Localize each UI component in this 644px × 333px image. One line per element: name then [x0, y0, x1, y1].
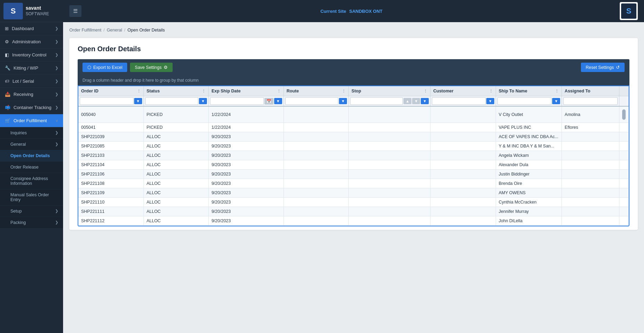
- toolbar-left: ⬡ Export to Excel Save Settings ⚙: [82, 63, 173, 72]
- filter-status-btn[interactable]: ▼: [199, 98, 207, 104]
- sidebar-item-inventory-control[interactable]: ◧ Inventory Control ❯: [0, 48, 63, 62]
- sidebar-item-order-fulfillment[interactable]: 🛒 Order Fulfillment ∨: [0, 114, 63, 127]
- sidebar-sub-item-open-order-details[interactable]: Open Order Details: [0, 150, 63, 162]
- filter-date-input[interactable]: [210, 97, 264, 105]
- sidebar-sub-item-setup[interactable]: Setup ❯: [0, 206, 63, 217]
- table-cell: Amolina: [562, 106, 619, 123]
- grid-container: ⬡ Export to Excel Save Settings ⚙ Reset …: [78, 59, 629, 226]
- hamburger-button[interactable]: ☰: [69, 5, 81, 17]
- filter-date-cal-btn[interactable]: 📅: [264, 98, 273, 105]
- col-menu-icon[interactable]: ⋮: [202, 89, 206, 93]
- sidebar-sub-item-general[interactable]: General ❯: [0, 139, 63, 150]
- scroll-col: [619, 106, 629, 123]
- table-cell: 1/22/2024: [209, 106, 284, 123]
- receiving-icon: 📥: [5, 92, 10, 97]
- table-cell: [349, 151, 430, 160]
- table-row[interactable]: SHP221109ALLOC9/20/2023AMY OWENS: [78, 188, 629, 198]
- table-cell: ALLOC: [143, 216, 208, 226]
- table-cell: Eflores: [562, 123, 619, 132]
- sidebar-logo: S savant SOFTWARE: [0, 0, 63, 22]
- logo-text: savant SOFTWARE: [26, 5, 49, 17]
- table-cell: 9/20/2023: [209, 142, 284, 151]
- col-header-stop: Stop ⋮: [349, 86, 430, 96]
- sidebar-sub-item-consignee-address[interactable]: Consignee Address Information: [0, 173, 63, 189]
- table-row[interactable]: SHP221111ALLOC9/20/2023Jennifer Murray: [78, 207, 629, 216]
- sidebar-item-label: Inventory Control: [12, 52, 46, 57]
- filter-customer-btn[interactable]: ▼: [486, 98, 494, 104]
- table-cell: SHP221103: [78, 151, 143, 160]
- table-cell: SHP221106: [78, 170, 143, 179]
- table-cell: [562, 179, 619, 188]
- sidebar-item-kitting-wip[interactable]: 🔧 Kitting / WIP ❯: [0, 62, 63, 75]
- table-cell: ALLOC: [143, 198, 208, 207]
- filter-stop-down-btn[interactable]: ▼: [412, 98, 420, 104]
- filter-order-id-btn[interactable]: ▼: [134, 98, 142, 104]
- filter-status-input[interactable]: [145, 97, 199, 105]
- sidebar-item-label: Order Fulfillment: [14, 118, 47, 123]
- table-cell: [430, 207, 496, 216]
- sidebar-sub-item-manual-sales-order[interactable]: Manual Sales Order Entry: [0, 189, 63, 206]
- table-cell: ALLOC: [143, 188, 208, 198]
- grid-table: Order ID ⋮ Status ⋮: [78, 86, 629, 226]
- col-header-customer: Customer ⋮: [430, 86, 496, 96]
- breadcrumb-order-fulfillment[interactable]: Order Fulfillment: [69, 28, 101, 33]
- table-row[interactable]: SHP221085ALLOC9/20/2023Y & M INC DBA Y &…: [78, 142, 629, 151]
- topbar-left: ☰: [69, 5, 81, 17]
- sidebar-item-container-tracking[interactable]: 📫 Container Tracking ❯: [0, 101, 63, 114]
- col-menu-icon[interactable]: ⋮: [277, 89, 281, 93]
- container-icon: 📫: [5, 105, 10, 110]
- table-row[interactable]: SHP221110ALLOC9/20/2023Cynthia McCracken: [78, 198, 629, 207]
- filter-ship-to-name-input[interactable]: [497, 97, 551, 105]
- breadcrumb-general[interactable]: General: [107, 28, 122, 33]
- table-row[interactable]: SHP221039ALLOC9/20/2023ACE OF VAPES INC …: [78, 132, 629, 142]
- filter-customer-input[interactable]: [432, 97, 486, 105]
- table-cell: [430, 123, 496, 132]
- export-to-excel-button[interactable]: ⬡ Export to Excel: [82, 63, 127, 72]
- save-settings-button[interactable]: Save Settings ⚙: [130, 63, 173, 72]
- filter-ship-to-name-btn[interactable]: ▼: [552, 98, 560, 104]
- table-cell: VAPE PLUS INC: [496, 123, 562, 132]
- col-menu-icon[interactable]: ⋮: [555, 89, 559, 93]
- sidebar-item-dashboard[interactable]: ⊞ Dashboard ❯: [0, 22, 63, 35]
- chevron-icon: ❯: [55, 66, 58, 70]
- col-menu-icon[interactable]: ⋮: [137, 89, 141, 93]
- scroll-col: [619, 160, 629, 170]
- scroll-col: [619, 123, 629, 132]
- sidebar-sub-item-order-release[interactable]: Order Release: [0, 162, 63, 173]
- sidebar-item-lot-serial[interactable]: 🏷 Lot / Serial ❯: [0, 75, 63, 88]
- table-row[interactable]: SHP221103ALLOC9/20/2023Angela Wickam: [78, 151, 629, 160]
- filter-assigned-to-input[interactable]: [563, 97, 618, 105]
- table-row[interactable]: SHP221108ALLOC9/20/2023Brenda Oire: [78, 179, 629, 188]
- col-menu-icon[interactable]: ⋮: [342, 89, 346, 93]
- col-menu-icon[interactable]: ⋮: [489, 89, 493, 93]
- col-menu-icon[interactable]: ⋮: [424, 89, 427, 93]
- scroll-header: [619, 86, 629, 96]
- table-cell: [284, 151, 348, 160]
- scroll-col: [619, 216, 629, 226]
- scroll-col: [619, 142, 629, 151]
- sidebar-sub-item-inquiries[interactable]: Inquiries ❯: [0, 127, 63, 139]
- filter-route-input[interactable]: [285, 97, 338, 105]
- filter-stop-filter-btn[interactable]: ▼: [421, 98, 429, 104]
- administration-icon: ⚙: [5, 39, 9, 44]
- table-row[interactable]: 005041PICKED1/22/2024VAPE PLUS INCEflore…: [78, 123, 629, 132]
- table-cell: [430, 142, 496, 151]
- table-row[interactable]: SHP221106ALLOC9/20/2023Justin Biddinger: [78, 170, 629, 179]
- sidebar-sub-item-packing[interactable]: Packing ❯: [0, 217, 63, 228]
- table-row[interactable]: SHP221112ALLOC9/20/2023John DiLella: [78, 216, 629, 226]
- reset-settings-button[interactable]: Reset Settings ↺: [581, 63, 625, 72]
- filter-stop-input[interactable]: [350, 97, 403, 105]
- filter-date-filter-btn[interactable]: ▼: [274, 98, 282, 104]
- sidebar-item-administration[interactable]: ⚙ Administration ❯: [0, 35, 63, 48]
- table-cell: ALLOC: [143, 151, 208, 160]
- table-cell: [430, 151, 496, 160]
- table-cell: [430, 170, 496, 179]
- filter-stop-up-btn[interactable]: ▲: [403, 98, 411, 104]
- sidebar-item-receiving[interactable]: 📥 Receiving ❯: [0, 88, 63, 101]
- table-row[interactable]: SHP221104ALLOC9/20/2023Alexander Dula: [78, 160, 629, 170]
- table-row[interactable]: 005040PICKED1/22/2024V City OutletAmolin…: [78, 106, 629, 123]
- table-cell: [430, 198, 496, 207]
- col-header-assigned-to: Assigned To: [562, 86, 619, 96]
- filter-order-id-input[interactable]: [80, 97, 133, 105]
- filter-route-btn[interactable]: ▼: [339, 98, 347, 104]
